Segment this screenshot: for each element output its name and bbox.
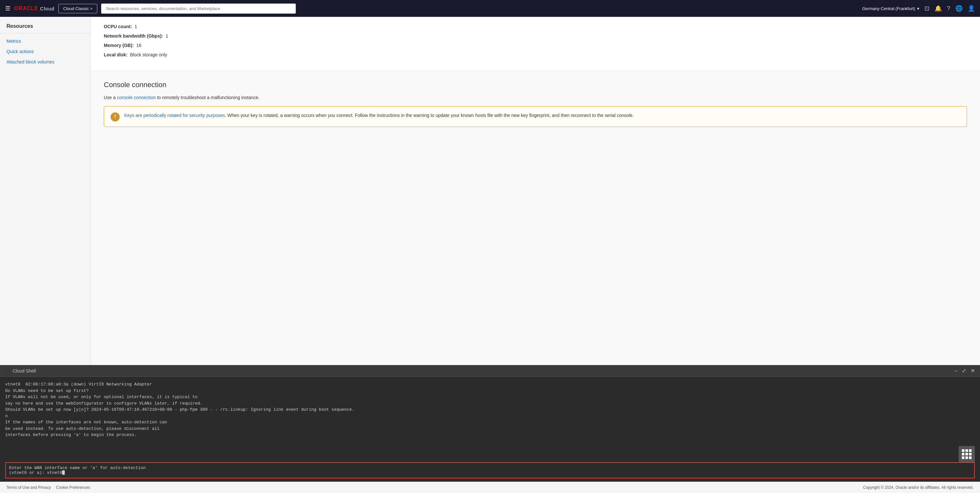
oracle-brand-text: ORACLE (14, 5, 38, 11)
terminal-content: vtnet0 02:00:17:06:a0:3a (down) VirtIO N… (0, 377, 980, 460)
warning-box: ! Keys are periodically rotated for secu… (104, 106, 967, 127)
search-input[interactable] (101, 3, 296, 14)
warning-description: . When your key is rotated, a warning oc… (225, 113, 634, 118)
help-grid-dot (966, 453, 968, 455)
terminal-help-button[interactable] (959, 446, 975, 462)
console-connection-link[interactable]: console connection (117, 95, 156, 100)
info-row-ocpu: OCPU count: 1 (104, 23, 967, 30)
terminal-line-4: say no here and use the webConfigurator … (5, 400, 975, 407)
top-navigation: ☰ ORACLE Cloud Cloud Classic > Germany C… (0, 0, 980, 17)
footer-links: Terms of Use and Privacy Cookie Preferen… (6, 485, 90, 490)
console-section-title: Console connection (104, 81, 967, 89)
ocpu-label: OCPU count: (104, 24, 132, 29)
help-grid-dot (969, 453, 972, 455)
terminal-line-7: n (5, 413, 975, 420)
help-grid-dot (962, 449, 964, 452)
cookie-preferences-link[interactable]: Cookie Preferences (56, 485, 90, 490)
info-row-network: Network bandwidth (Gbps): 1 (104, 33, 967, 40)
terminal-line-0: vtnet0 02:00:17:06:a0:3a (down) VirtIO N… (5, 381, 975, 388)
terminal-line-6: Should VLANs be set up now [y|n]? 2024-0… (5, 406, 975, 413)
memory-label: Memory (GB): (104, 43, 134, 48)
globe-icon[interactable]: 🌐 (955, 5, 963, 12)
cloud-shell-panel: ☰ Cloud Shell – ⤢ ✕ vtnet0 02:00:17:06:a… (0, 365, 980, 482)
sidebar-item-metrics[interactable]: Metrics (0, 36, 91, 46)
cloud-classic-button[interactable]: Cloud Classic > (58, 4, 98, 13)
main-container: Resources Metrics Quick actions Attached… (0, 17, 980, 365)
info-row-memory: Memory (GB): 16 (104, 42, 967, 49)
network-value: 1 (166, 33, 168, 38)
instance-info-section: OCPU count: 1 Network bandwidth (Gbps): … (91, 17, 980, 71)
help-grid-dot (969, 449, 972, 452)
memory-value: 16 (136, 43, 142, 48)
terms-link[interactable]: Terms of Use and Privacy (6, 485, 51, 490)
sidebar-title: Resources (0, 23, 91, 33)
network-label: Network bandwidth (Gbps): (104, 33, 163, 38)
sidebar-item-quick-actions[interactable]: Quick actions (0, 46, 91, 57)
terminal-icon[interactable]: ⊡ (924, 5, 929, 12)
oracle-logo: ORACLE Cloud (14, 5, 54, 11)
warning-text: Keys are periodically rotated for securi… (124, 112, 634, 119)
ocpu-value: 1 (135, 24, 137, 29)
terminal-line-10: be used instead. To use auto-detection, … (5, 426, 975, 432)
terminal-input-line-0: Enter the WAN interface name or 'a' for … (9, 466, 971, 470)
hamburger-menu[interactable]: ☰ (5, 5, 10, 12)
local-disk-value: Block storage only (130, 52, 167, 57)
sidebar: Resources Metrics Quick actions Attached… (0, 17, 91, 365)
footer: Terms of Use and Privacy Cookie Preferen… (0, 482, 980, 493)
region-chevron-icon: ▾ (917, 6, 920, 11)
console-desc-before: Use a (104, 95, 117, 100)
local-disk-label: Local disk: (104, 52, 127, 57)
help-grid-dot (969, 457, 972, 459)
terminal-line-2: Do VLANs need to be set up first? (5, 388, 975, 394)
help-grid-icon (962, 449, 972, 459)
help-grid-dot (966, 457, 968, 459)
nav-right-section: Germany Central (Frankfurt) ▾ ⊡ 🔔 ? 🌐 👤 (862, 5, 975, 12)
cloud-shell-header: ☰ Cloud Shell – ⤢ ✕ (0, 365, 980, 377)
help-grid-dot (966, 449, 968, 452)
warning-icon: ! (111, 113, 120, 122)
terminal-input-line-1: (vtnet0 or a): vtnet0█ (9, 470, 971, 475)
cloud-brand-text: Cloud (40, 6, 54, 11)
help-grid-dot (962, 453, 964, 455)
console-section-desc: Use a console connection to remotely tro… (104, 94, 967, 101)
info-row-local-disk: Local disk: Block storage only (104, 51, 967, 58)
region-label: Germany Central (Frankfurt) (862, 6, 915, 11)
warning-link[interactable]: Keys are periodically rotated for securi… (124, 113, 225, 118)
sidebar-item-attached-block-volumes[interactable]: Attached block volumes (0, 57, 91, 67)
shell-controls: – ⤢ ✕ (955, 368, 975, 374)
console-section: Console connection Use a console connect… (91, 71, 980, 137)
minimize-button[interactable]: – (955, 368, 957, 374)
cloud-shell-hamburger-icon: ☰ (5, 368, 10, 374)
help-icon[interactable]: ? (947, 5, 950, 12)
terminal-line-9: If the names of the interfaces are not k… (5, 419, 975, 426)
terminal-line-3: If VLANs will not be used, or only for o… (5, 394, 975, 400)
help-grid-dot (962, 457, 964, 459)
terminal-input-area[interactable]: Enter the WAN interface name or 'a' for … (5, 462, 975, 479)
footer-copyright: Copyright © 2024, Oracle and/or its affi… (863, 485, 974, 490)
close-shell-button[interactable]: ✕ (970, 368, 975, 374)
bell-icon[interactable]: 🔔 (935, 5, 942, 12)
region-selector[interactable]: Germany Central (Frankfurt) ▾ (862, 6, 920, 11)
user-avatar[interactable]: 👤 (968, 5, 975, 12)
terminal-line-11: interfaces before pressing 'a' to begin … (5, 432, 975, 438)
cloud-shell-title: Cloud Shell (13, 368, 36, 374)
content-area: OCPU count: 1 Network bandwidth (Gbps): … (91, 17, 980, 365)
console-desc-after: to remotely troubleshoot a malfunctionin… (156, 95, 259, 100)
expand-button[interactable]: ⤢ (962, 368, 966, 374)
